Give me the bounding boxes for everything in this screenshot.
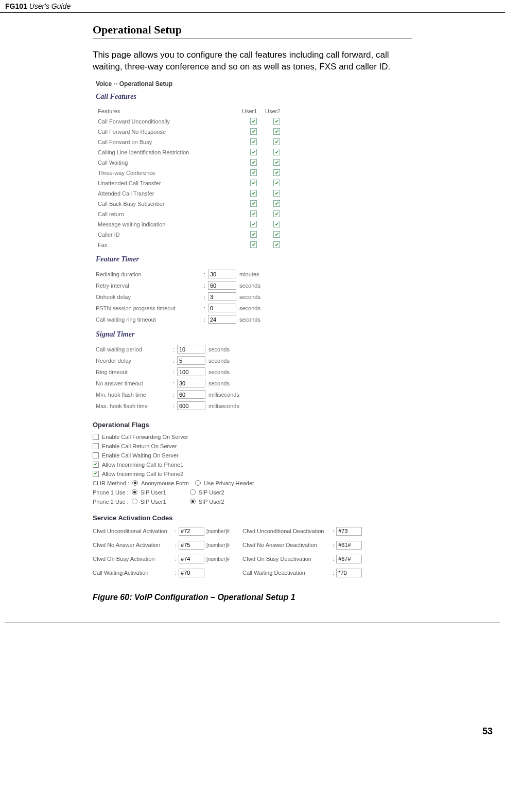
call-feature-row: Call return	[98, 209, 412, 219]
phone2-sip1-radio[interactable]	[132, 499, 137, 504]
user2-checkbox[interactable]	[273, 210, 280, 217]
colon: :	[173, 380, 177, 386]
user2-checkbox[interactable]	[273, 221, 280, 227]
phone2-sip2-radio[interactable]	[190, 499, 196, 504]
signal-timer-row: Max. hook flash time:milliseconds	[96, 400, 412, 412]
timer-input[interactable]	[208, 292, 236, 301]
timer-input[interactable]	[208, 315, 236, 324]
timer-input[interactable]	[177, 390, 205, 399]
user1-checkbox[interactable]	[250, 221, 257, 227]
call-features-table: Features User1 User2 Call Forward Uncond…	[98, 106, 412, 250]
call-feature-row: Three-way Conference	[98, 168, 412, 178]
timer-input[interactable]	[208, 304, 236, 312]
activation-code-input[interactable]	[179, 569, 204, 577]
timer-label: Reorder delay	[96, 358, 173, 364]
activation-code-input[interactable]	[179, 541, 204, 550]
timer-unit: milliseconds	[208, 403, 239, 409]
user1-checkbox[interactable]	[250, 118, 257, 125]
deactivation-code-input[interactable]	[336, 541, 362, 550]
user2-checkbox[interactable]	[273, 159, 280, 166]
activation-code-input[interactable]	[179, 527, 204, 536]
service-code-row: Cfwd Unconditional Activation:[number]#C…	[93, 527, 412, 536]
timer-unit: seconds	[208, 358, 230, 364]
colon: :	[204, 316, 208, 323]
user1-checkbox[interactable]	[250, 149, 257, 155]
phone1-opt1-label: SIP User1	[141, 489, 166, 496]
user1-checkbox[interactable]	[250, 200, 257, 207]
activation-suffix: [number]#	[206, 542, 242, 548]
page-number: 53	[5, 623, 500, 742]
user1-checkbox[interactable]	[250, 169, 257, 176]
op-flag-checkbox[interactable]	[93, 471, 99, 477]
call-feature-row: Message waiting indication	[98, 219, 412, 230]
operational-flags-title: Operational Flags	[93, 421, 412, 429]
timer-label: Retry interval	[96, 283, 204, 289]
timer-unit: minutes	[239, 271, 259, 277]
clir-privacy-radio[interactable]	[195, 480, 201, 486]
phone1-sip1-radio[interactable]	[132, 489, 137, 495]
op-flag-checkbox[interactable]	[93, 434, 99, 440]
user2-checkbox[interactable]	[273, 169, 280, 176]
signal-timer-group: Call waiting period:secondsReorder delay…	[96, 344, 412, 412]
clir-opt2-label: Use Privacy Header	[204, 480, 254, 486]
user1-checkbox[interactable]	[250, 231, 257, 238]
op-flag-checkbox[interactable]	[93, 443, 99, 449]
user2-checkbox[interactable]	[273, 118, 280, 125]
deactivation-label: Cfwd No Answer Deactivation	[242, 542, 333, 548]
activation-label: Cfwd No Answer Activation	[93, 542, 175, 548]
activation-code-input[interactable]	[179, 555, 204, 563]
op-flag-label: Enable Call Return On Server	[102, 443, 177, 449]
deactivation-code-input[interactable]	[336, 527, 362, 536]
feature-label: Calling Line Identification Restriction	[98, 149, 242, 155]
deactivation-code-input[interactable]	[336, 555, 362, 563]
deactivation-code-input[interactable]	[336, 569, 362, 577]
timer-label: Onhook delay	[96, 294, 204, 300]
timer-input[interactable]	[208, 270, 236, 278]
op-flag-checkbox[interactable]	[93, 452, 99, 458]
timer-input[interactable]	[208, 281, 236, 290]
timer-input[interactable]	[177, 356, 205, 365]
signal-timer-title: Signal Timer	[96, 330, 412, 339]
user2-checkbox[interactable]	[273, 128, 280, 135]
user2-checkbox[interactable]	[273, 241, 280, 248]
op-flag-row: Enable Call Waiting On Server	[93, 452, 412, 458]
activation-suffix: [number]#	[206, 556, 242, 562]
intro-text: This page allows you to configure the ca…	[93, 49, 412, 73]
user2-checkbox[interactable]	[273, 138, 280, 145]
call-feature-row: Calling Line Identification Restriction	[98, 147, 412, 157]
user2-checkbox[interactable]	[273, 190, 280, 197]
timer-unit: seconds	[239, 316, 260, 323]
user1-checkbox[interactable]	[250, 241, 257, 248]
clir-anonymous-radio[interactable]	[132, 480, 138, 486]
user2-checkbox[interactable]	[273, 231, 280, 238]
signal-timer-row: No answer timeout:seconds	[96, 378, 412, 389]
user1-checkbox[interactable]	[250, 190, 257, 197]
user2-checkbox[interactable]	[273, 180, 280, 186]
timer-input[interactable]	[177, 379, 205, 387]
clir-opt1-label: Anonymouse Form	[141, 480, 189, 486]
user1-checkbox[interactable]	[250, 159, 257, 166]
user1-checkbox[interactable]	[250, 180, 257, 186]
operational-flags-group: Enable Call Forwarding On ServerEnable C…	[93, 434, 412, 477]
timer-input[interactable]	[177, 367, 205, 376]
user2-checkbox[interactable]	[273, 149, 280, 155]
screenshot-panel: Voice -- Operational Setup Call Features…	[93, 80, 412, 577]
signal-timer-row: Min. hook flash time:milliseconds	[96, 389, 412, 400]
service-code-row: Cfwd No Answer Activation:[number]#Cfwd …	[93, 541, 412, 550]
call-feature-row: Attended Call Transfer	[98, 188, 412, 199]
feature-label: Call return	[98, 211, 242, 217]
header-suffix: User's Guide	[27, 2, 71, 10]
user1-checkbox[interactable]	[250, 210, 257, 217]
op-flag-row: Enable Call Forwarding On Server	[93, 434, 412, 440]
op-flag-checkbox[interactable]	[93, 462, 99, 468]
timer-input[interactable]	[177, 401, 205, 410]
user2-header: User2	[265, 108, 288, 114]
timer-input[interactable]	[177, 345, 205, 354]
feature-label: Caller ID	[98, 232, 242, 238]
user1-checkbox[interactable]	[250, 138, 257, 145]
user2-checkbox[interactable]	[273, 200, 280, 207]
timer-label: Ring timeout	[96, 369, 173, 375]
timer-label: No answer timeout	[96, 380, 173, 386]
phone1-sip2-radio[interactable]	[190, 489, 196, 495]
user1-checkbox[interactable]	[250, 128, 257, 135]
